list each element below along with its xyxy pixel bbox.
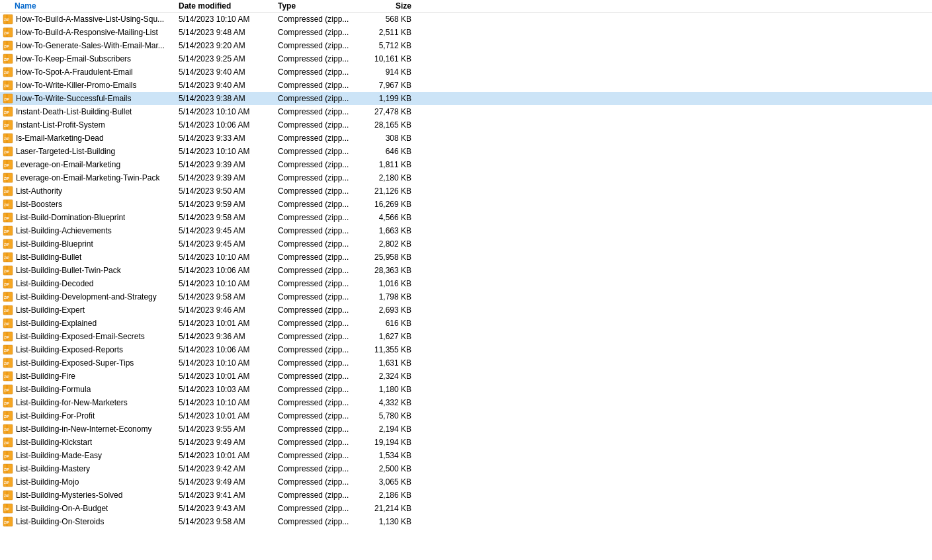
file-name-cell: ZIP How-To-Keep-Email-Subscribers [0, 54, 179, 64]
table-row[interactable]: ZIP List-Building-Explained5/14/2023 10:… [0, 317, 932, 330]
file-type: Compressed (zipp... [278, 41, 364, 50]
file-name: List-Building-for-New-Marketers [16, 398, 128, 407]
table-row[interactable]: ZIP List-Building-Kickstart5/14/2023 9:4… [0, 436, 932, 449]
svg-text:ZIP: ZIP [4, 520, 9, 524]
table-row[interactable]: ZIP List-Building-Exposed-Email-Secrets5… [0, 330, 932, 343]
table-row[interactable]: ZIP List-Building-Exposed-Reports5/14/20… [0, 343, 932, 356]
file-type: Compressed (zipp... [278, 160, 364, 169]
table-row[interactable]: ZIP List-Building-Achievements5/14/2023 … [0, 224, 932, 237]
file-size: 2,324 KB [364, 372, 417, 381]
table-row[interactable]: ZIP List-Building-Mastery5/14/2023 9:42 … [0, 462, 932, 475]
file-size: 1,631 KB [364, 358, 417, 368]
file-name: Leverage-on-Email-Marketing-Twin-Pack [16, 173, 159, 182]
file-name: Instant-List-Profit-System [16, 120, 105, 130]
table-row[interactable]: ZIP List-Building-Mojo5/14/2023 9:49 AMC… [0, 475, 932, 489]
file-name-cell: ZIP List-Building-Mojo [0, 477, 179, 487]
table-row[interactable]: ZIP How-To-Keep-Email-Subscribers5/14/20… [0, 52, 932, 65]
svg-text:ZIP: ZIP [4, 481, 9, 485]
table-row[interactable]: ZIP How-To-Generate-Sales-With-Email-Mar… [0, 39, 932, 52]
file-date: 5/14/2023 9:36 AM [179, 332, 278, 341]
file-type: Compressed (zipp... [278, 94, 364, 103]
zip-icon: ZIP [3, 252, 13, 262]
file-name: List-Building-Kickstart [16, 438, 92, 447]
file-date: 5/14/2023 10:01 AM [179, 372, 278, 381]
table-row[interactable]: ZIP List-Building-Mysteries-Solved5/14/2… [0, 489, 932, 502]
table-row[interactable]: ZIP List-Building-Fire5/14/2023 10:01 AM… [0, 370, 932, 383]
zip-icon: ZIP [3, 450, 13, 461]
table-row[interactable]: ZIP List-Building-Blueprint5/14/2023 9:4… [0, 237, 932, 251]
table-row[interactable]: ZIP Leverage-on-Email-Marketing-Twin-Pac… [0, 171, 932, 184]
file-name: List-Building-in-New-Internet-Economy [16, 424, 151, 434]
svg-text:ZIP: ZIP [4, 454, 9, 458]
table-row[interactable]: ZIP Instant-List-Profit-System5/14/2023 … [0, 118, 932, 132]
file-type: Compressed (zipp... [278, 134, 364, 143]
table-row[interactable]: ZIP How-To-Build-A-Responsive-Mailing-Li… [0, 26, 932, 39]
table-row[interactable]: ZIP How-To-Spot-A-Fraudulent-Email5/14/2… [0, 65, 932, 79]
file-size: 5,712 KB [364, 41, 417, 50]
file-date: 5/14/2023 10:10 AM [179, 398, 278, 407]
table-row[interactable]: ZIP Instant-Death-List-Building-Bullet5/… [0, 105, 932, 118]
svg-text:ZIP: ZIP [4, 110, 9, 114]
file-name: List-Building-Mysteries-Solved [16, 491, 122, 500]
svg-text:ZIP: ZIP [4, 362, 9, 366]
zip-icon: ZIP [3, 305, 13, 315]
table-row[interactable]: ZIP List-Building-For-Profit5/14/2023 10… [0, 409, 932, 422]
file-name: Laser-Targeted-List-Building [16, 147, 115, 156]
table-row[interactable]: ZIP Laser-Targeted-List-Building5/14/202… [0, 145, 932, 158]
table-row[interactable]: ZIP How-To-Build-A-Massive-List-Using-Sq… [0, 13, 932, 26]
file-name-cell: ZIP List-Building-for-New-Marketers [0, 397, 179, 408]
file-type: Compressed (zipp... [278, 385, 364, 394]
file-name-cell: ZIP List-Authority [0, 186, 179, 196]
file-date: 5/14/2023 9:38 AM [179, 94, 278, 103]
file-name-cell: ZIP List-Building-Made-Easy [0, 450, 179, 461]
table-row[interactable]: ZIP List-Building-for-New-Marketers5/14/… [0, 396, 932, 409]
file-type: Compressed (zipp... [278, 438, 364, 447]
header-size[interactable]: Size [364, 1, 417, 11]
table-row[interactable]: ZIP How-To-Write-Successful-Emails5/14/2… [0, 92, 932, 105]
file-date: 5/14/2023 9:58 AM [179, 517, 278, 526]
table-row[interactable]: ZIP List-Building-Bullet5/14/2023 10:10 … [0, 251, 932, 264]
file-name-cell: ZIP List-Building-Kickstart [0, 437, 179, 448]
file-name: List-Building-For-Profit [16, 411, 95, 420]
file-type: Compressed (zipp... [278, 451, 364, 460]
file-type: Compressed (zipp... [278, 398, 364, 407]
file-type: Compressed (zipp... [278, 292, 364, 301]
table-row[interactable]: ZIP List-Building-On-Steroids5/14/2023 9… [0, 515, 932, 528]
header-name[interactable]: Name [0, 1, 179, 11]
header-type[interactable]: Type [278, 1, 364, 11]
table-row[interactable]: ZIP List-Building-Development-and-Strate… [0, 290, 932, 303]
table-row[interactable]: ZIP List-Building-Made-Easy5/14/2023 10:… [0, 449, 932, 462]
table-row[interactable]: ZIP List-Building-Bullet-Twin-Pack5/14/2… [0, 264, 932, 277]
file-list[interactable]: Name Date modified Type Size ZIP How-To-… [0, 0, 932, 560]
svg-text:ZIP: ZIP [4, 428, 9, 432]
svg-text:ZIP: ZIP [4, 494, 9, 498]
table-row[interactable]: ZIP Is-Email-Marketing-Dead5/14/2023 9:3… [0, 132, 932, 145]
file-date: 5/14/2023 10:06 AM [179, 266, 278, 275]
table-row[interactable]: ZIP List-Building-in-New-Internet-Econom… [0, 422, 932, 436]
table-row[interactable]: ZIP List-Building-Formula5/14/2023 10:03… [0, 383, 932, 396]
file-date: 5/14/2023 9:39 AM [179, 160, 278, 169]
file-date: 5/14/2023 9:40 AM [179, 81, 278, 90]
zip-icon: ZIP [3, 490, 13, 500]
file-date: 5/14/2023 9:42 AM [179, 464, 278, 473]
table-row[interactable]: ZIP List-Building-Expert5/14/2023 9:46 A… [0, 303, 932, 317]
table-row[interactable]: ZIP List-Building-On-A-Budget5/14/2023 9… [0, 502, 932, 515]
svg-text:ZIP: ZIP [4, 348, 9, 352]
zip-icon: ZIP [3, 27, 13, 38]
table-row[interactable]: ZIP List-Authority5/14/2023 9:50 AMCompr… [0, 184, 932, 198]
file-type: Compressed (zipp... [278, 504, 364, 513]
svg-text:ZIP: ZIP [4, 18, 9, 22]
file-size: 4,566 KB [364, 213, 417, 222]
file-date: 5/14/2023 10:01 AM [179, 411, 278, 420]
table-row[interactable]: ZIP Leverage-on-Email-Marketing5/14/2023… [0, 158, 932, 171]
table-row[interactable]: ZIP List-Build-Domination-Blueprint5/14/… [0, 211, 932, 224]
svg-text:ZIP: ZIP [4, 375, 9, 379]
table-row[interactable]: ZIP List-Building-Decoded5/14/2023 10:10… [0, 277, 932, 290]
table-row[interactable]: ZIP List-Building-Exposed-Super-Tips5/14… [0, 356, 932, 370]
header-date[interactable]: Date modified [179, 1, 278, 11]
file-type: Compressed (zipp... [278, 226, 364, 235]
svg-text:ZIP: ZIP [4, 124, 9, 128]
table-row[interactable]: ZIP How-To-Write-Killer-Promo-Emails5/14… [0, 79, 932, 92]
table-row[interactable]: ZIP List-Boosters5/14/2023 9:59 AMCompre… [0, 198, 932, 211]
file-name-cell: ZIP List-Building-Bullet [0, 252, 179, 262]
